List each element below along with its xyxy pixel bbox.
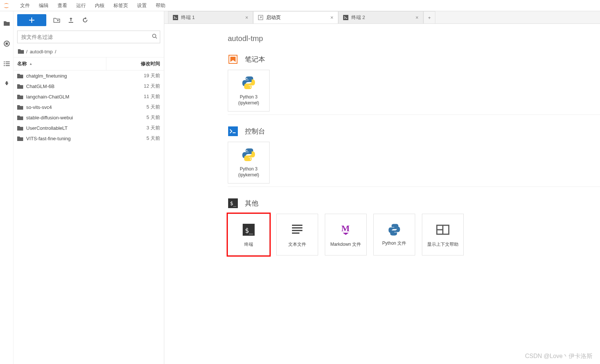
folder-icon <box>18 48 24 55</box>
file-row[interactable]: so-vits-svc45 天前 <box>13 102 164 112</box>
refresh-icon[interactable] <box>81 16 89 24</box>
folder-icon <box>17 84 23 89</box>
card-label: 显示上下文帮助 <box>427 242 458 248</box>
file-name: ChatGLM-6B <box>26 84 55 89</box>
close-icon[interactable]: × <box>330 15 333 21</box>
svg-rect-3 <box>6 62 10 62</box>
column-modified-header[interactable]: 修改时间 <box>106 57 164 70</box>
file-modified: 3 天前 <box>110 125 160 131</box>
launcher-card-console-python3[interactable]: Python 3(ipykernel) <box>228 142 270 183</box>
svg-point-9 <box>153 34 156 38</box>
svg-text:$_: $_ <box>245 226 253 234</box>
close-icon[interactable]: × <box>416 15 419 21</box>
help-icon <box>435 222 451 238</box>
file-name: VITS-fast-fine-tuning <box>26 136 71 141</box>
text-icon <box>289 222 305 238</box>
toc-tab-icon[interactable] <box>3 60 10 67</box>
sort-ascending-icon: ▲ <box>29 62 32 66</box>
file-name: chatglm_finetuning <box>26 73 67 79</box>
python-icon <box>241 75 257 91</box>
column-name-header[interactable]: 名称▲ <box>13 57 106 70</box>
new-folder-icon[interactable] <box>53 16 60 24</box>
jupyter-logo-icon <box>2 1 10 10</box>
file-modified: 11 天前 <box>110 93 160 100</box>
svg-text:$_: $_ <box>230 200 236 207</box>
terminal-icon <box>173 15 178 20</box>
folder-icon <box>17 73 23 78</box>
file-row[interactable]: UserControllableLT3 天前 <box>13 123 164 133</box>
launcher-card-terminal[interactable]: $_终端 <box>228 214 270 255</box>
main-area: 终端 1×启动页×终端 2× + autodl-tmp 笔记本 Python 3… <box>164 11 600 364</box>
file-row[interactable]: stable-diffusion-webui5 天前 <box>13 112 164 123</box>
svg-rect-13 <box>343 15 348 20</box>
svg-line-10 <box>156 37 157 38</box>
tab-启动页[interactable]: 启动页× <box>253 11 338 23</box>
tab-label: 终端 1 <box>181 14 195 21</box>
menu-run[interactable]: 运行 <box>72 1 90 10</box>
svg-rect-11 <box>173 15 178 20</box>
close-icon[interactable]: × <box>245 15 248 21</box>
card-label: Python 文件 <box>382 241 407 247</box>
running-sessions-tab-icon[interactable] <box>3 40 10 47</box>
menu-edit[interactable]: 编辑 <box>34 1 53 10</box>
filter-input[interactable] <box>17 31 160 43</box>
menu-tabs[interactable]: 标签页 <box>109 1 133 10</box>
tab-终端 2[interactable]: 终端 2× <box>338 11 423 23</box>
activity-bar <box>0 11 13 364</box>
upload-icon[interactable] <box>67 16 75 24</box>
file-row[interactable]: chatglm_finetuning19 天前 <box>13 70 164 81</box>
file-browser-panel: / autodl-tmp / 名称▲ 修改时间 chatglm_finetuni… <box>13 11 164 364</box>
console-section-title: 控制台 <box>245 127 265 136</box>
markdown-icon: M <box>338 222 354 238</box>
menubar: 文件 编辑 查看 运行 内核 标签页 设置 帮助 <box>0 0 600 11</box>
menu-file[interactable]: 文件 <box>16 1 34 10</box>
svg-rect-8 <box>69 22 73 23</box>
python-icon <box>387 223 401 237</box>
new-tab-button[interactable]: + <box>423 11 435 23</box>
launcher-card-notebook-python3[interactable]: Python 3(ipykernel) <box>228 70 270 112</box>
card-label: 文本文件 <box>288 242 306 248</box>
breadcrumb[interactable]: / autodl-tmp / <box>13 46 164 57</box>
menu-kernel[interactable]: 内核 <box>90 1 109 10</box>
file-browser-header: 名称▲ 修改时间 <box>13 57 164 70</box>
launcher-card-markdown[interactable]: MMarkdown 文件 <box>325 214 367 255</box>
file-row[interactable]: ChatGLM-6B12 天前 <box>13 81 164 91</box>
file-name: UserControllableLT <box>26 125 68 131</box>
new-launcher-button[interactable] <box>17 14 46 26</box>
breadcrumb-root[interactable]: / <box>26 49 28 54</box>
launch-icon <box>258 15 263 20</box>
menu-settings[interactable]: 设置 <box>133 1 151 10</box>
other-section-icon: $_ <box>228 198 238 208</box>
folder-icon <box>17 104 23 110</box>
terminal-icon: $_ <box>240 222 257 238</box>
launcher-card-help[interactable]: 显示上下文帮助 <box>422 214 464 255</box>
launcher-card-text[interactable]: 文本文件 <box>276 214 318 255</box>
svg-rect-6 <box>4 65 5 66</box>
file-modified: 19 天前 <box>110 72 160 79</box>
file-name: so-vits-svc4 <box>26 104 52 110</box>
file-browser-tab-icon[interactable] <box>3 20 10 27</box>
svg-rect-4 <box>4 63 5 64</box>
extensions-tab-icon[interactable] <box>3 81 10 87</box>
menu-view[interactable]: 查看 <box>53 1 72 10</box>
tab-label: 启动页 <box>266 14 281 21</box>
folder-icon <box>17 115 23 120</box>
launcher-card-python[interactable]: Python 文件 <box>373 214 415 255</box>
file-row[interactable]: VITS-fast-fine-tuning5 天前 <box>13 133 164 144</box>
terminal-icon <box>343 15 348 20</box>
breadcrumb-sep: / <box>55 49 56 54</box>
svg-rect-2 <box>4 62 5 62</box>
svg-rect-1 <box>6 43 8 45</box>
breadcrumb-folder[interactable]: autodl-tmp <box>30 49 53 54</box>
tab-bar: 终端 1×启动页×终端 2× + <box>164 11 600 24</box>
tab-终端 1[interactable]: 终端 1× <box>168 11 253 23</box>
notebook-section-icon <box>228 54 238 65</box>
folder-icon <box>17 94 23 99</box>
console-section-icon <box>228 126 238 136</box>
file-row[interactable]: langchain-ChatGLM11 天前 <box>13 91 164 102</box>
menu-help[interactable]: 帮助 <box>151 1 170 10</box>
file-modified: 5 天前 <box>110 104 160 110</box>
card-label: Markdown 文件 <box>330 242 361 248</box>
file-modified: 12 天前 <box>110 83 160 90</box>
launcher-panel: autodl-tmp 笔记本 Python 3(ipykernel) <box>164 24 600 364</box>
